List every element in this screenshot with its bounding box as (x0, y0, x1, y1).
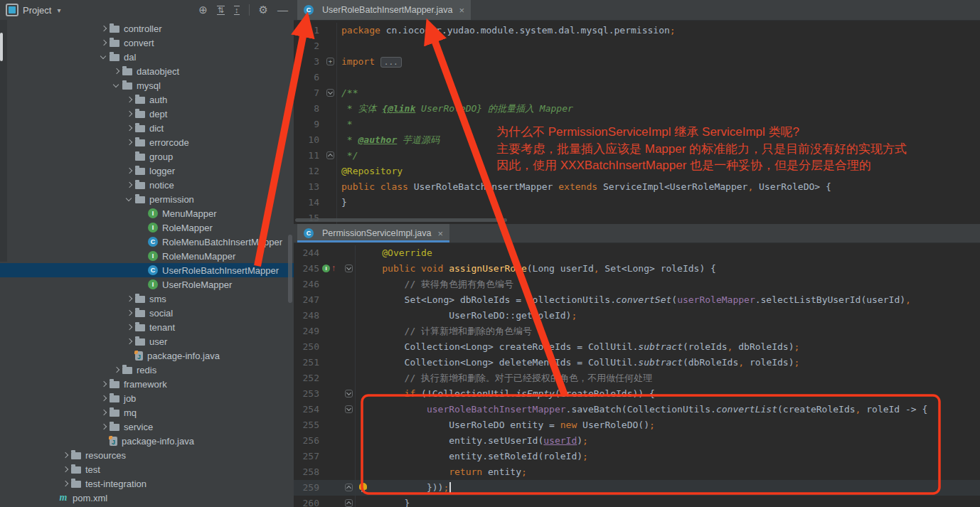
tree-item-user[interactable]: user (0, 334, 294, 348)
chevron-right-icon[interactable] (111, 65, 122, 77)
code-line-1[interactable]: 1package cn.iocoder.yudao.module.system.… (294, 23, 980, 38)
line-number[interactable]: 256 (294, 433, 319, 449)
tree-item-errorcode[interactable]: errorcode (0, 135, 294, 149)
tree-item-mq[interactable]: mq (0, 405, 294, 420)
line-number[interactable]: 254 (294, 402, 319, 417)
fold-marker-icon[interactable] (345, 405, 353, 413)
tree-item-package-info.java[interactable]: Jpackage-info.java (0, 348, 294, 363)
code-line-259[interactable]: 259})); (294, 480, 980, 496)
fold-marker-icon[interactable] (326, 151, 334, 159)
tree-item-rolemenubatchinsertmapper[interactable]: CRoleMenuBatchInsertMapper (0, 235, 294, 249)
code-line-6[interactable]: 6 (294, 70, 980, 85)
line-number[interactable]: 250 (294, 339, 319, 355)
line-number[interactable]: 248 (294, 308, 319, 324)
fold-marker-icon[interactable] (345, 484, 353, 491)
chevron-right-icon[interactable] (60, 464, 71, 475)
chevron-right-icon[interactable] (124, 307, 135, 319)
line-number[interactable]: 1 (294, 23, 319, 38)
code-line-3[interactable]: 3+import ... (294, 54, 980, 70)
close-icon[interactable]: × (438, 228, 444, 239)
line-number[interactable]: 257 (294, 449, 319, 464)
chevron-right-icon[interactable] (98, 23, 110, 34)
tree-item-convert[interactable]: convert (0, 36, 294, 50)
tree-item-sms[interactable]: sms (0, 292, 294, 306)
line-number[interactable]: 245 (294, 261, 319, 277)
tree-item-social[interactable]: social (0, 306, 294, 320)
line-number[interactable]: 246 (294, 277, 319, 292)
tree-item-dal[interactable]: dal (0, 50, 294, 64)
chevron-right-icon[interactable] (60, 478, 71, 489)
chevron-right-icon[interactable] (98, 37, 110, 48)
tree-item-rolemapper[interactable]: IRoleMapper (0, 220, 294, 235)
line-number[interactable]: 12 (294, 164, 319, 179)
chevron-down-icon[interactable]: ▾ (57, 6, 60, 14)
project-panel-title[interactable]: Project (23, 5, 51, 16)
tree-item-pom.xml[interactable]: mpom.xml (0, 491, 294, 505)
chevron-right-icon[interactable] (124, 165, 135, 176)
close-icon[interactable]: × (459, 5, 464, 16)
code-line-244[interactable]: 244@Override (294, 245, 980, 261)
tree-item-controller[interactable]: controller (0, 21, 294, 36)
line-number[interactable]: 2 (294, 38, 319, 54)
line-number[interactable]: 9 (294, 117, 319, 132)
code-line-14[interactable]: 14} (294, 195, 980, 210)
chevron-right-icon[interactable] (60, 449, 71, 461)
tree-item-resources[interactable]: resources (0, 448, 294, 462)
line-number[interactable]: 247 (294, 292, 319, 308)
tree-item-auth[interactable]: auth (0, 92, 294, 107)
chevron-right-icon[interactable] (124, 321, 135, 333)
override-method-icon[interactable]: i (322, 265, 330, 272)
code-line-12[interactable]: 12@Repository (294, 164, 980, 179)
tree-item-service[interactable]: service (0, 420, 294, 434)
fold-marker-icon[interactable]: + (326, 58, 334, 65)
code-line-254[interactable]: 254userRoleBatchInsertMapper.saveBatch(C… (294, 402, 980, 417)
code-line-2[interactable]: 2 (294, 38, 980, 54)
code-line-255[interactable]: 255UserRoleDO entity = new UserRoleDO(); (294, 417, 980, 433)
intention-bulb-icon[interactable] (359, 483, 367, 490)
settings-gear-icon[interactable]: ⚙ (259, 4, 268, 16)
line-number[interactable]: 244 (294, 245, 319, 261)
code-line-246[interactable]: 246// 获得角色拥有角色编号 (294, 277, 980, 292)
line-number[interactable]: 251 (294, 355, 319, 370)
tree-item-dataobject[interactable]: dataobject (0, 64, 294, 78)
tree-item-tenant[interactable]: tenant (0, 320, 294, 334)
locate-file-icon[interactable]: ⊕ (198, 4, 208, 16)
line-number[interactable]: 14 (294, 195, 319, 210)
code-line-252[interactable]: 252// 执行新增和删除。对于已经授权的角色，不用做任何处理 (294, 370, 980, 386)
line-number[interactable]: 249 (294, 324, 319, 339)
tree-item-permission[interactable]: permission (0, 192, 294, 206)
code-line-10[interactable]: 10 * @author 芋道源码 (294, 132, 980, 148)
tree-item-userrolebatchinsertmapper[interactable]: CUserRoleBatchInsertMapper (0, 263, 294, 277)
line-number[interactable]: 10 (294, 132, 319, 148)
project-tree-scrollbar[interactable] (288, 235, 292, 303)
horizontal-scrollbar[interactable] (295, 218, 507, 222)
tree-item-test-integration[interactable]: test-integration (0, 476, 294, 491)
line-number[interactable]: 253 (294, 386, 319, 402)
code-line-13[interactable]: 13public class UserRoleBatchInsertMapper… (294, 179, 980, 195)
code-line-9[interactable]: 9 * (294, 117, 980, 132)
chevron-right-icon[interactable] (124, 122, 135, 134)
chevron-right-icon[interactable] (124, 336, 135, 347)
code-line-260[interactable]: 260} (294, 496, 980, 507)
code-line-253[interactable]: 253if (!CollectionUtil.isEmpty(createRol… (294, 386, 980, 402)
code-area-top[interactable]: 1package cn.iocoder.yudao.module.system.… (294, 20, 980, 224)
tree-item-test[interactable]: test (0, 462, 294, 476)
code-line-250[interactable]: 250Collection<Long> createRoleIds = Coll… (294, 339, 980, 355)
chevron-right-icon[interactable] (98, 393, 110, 404)
chevron-right-icon[interactable] (98, 378, 110, 390)
tree-item-mysql[interactable]: mysql (0, 78, 294, 92)
tree-item-group[interactable]: group (0, 149, 294, 164)
line-number[interactable]: 3 (294, 54, 319, 70)
chevron-right-icon[interactable] (124, 137, 135, 148)
line-number[interactable]: 252 (294, 370, 319, 386)
code-line-249[interactable]: 249// 计算新增和删除的角色编号 (294, 324, 980, 339)
line-number[interactable]: 258 (294, 464, 319, 480)
tree-item-package-info.java[interactable]: Jpackage-info.java (0, 434, 294, 448)
chevron-right-icon[interactable] (124, 108, 135, 119)
code-line-11[interactable]: 11 */ (294, 148, 980, 164)
code-area-bottom[interactable]: 244@Override245i↑public void assignUserR… (294, 242, 980, 507)
line-number[interactable]: 13 (294, 179, 319, 195)
tree-item-redis[interactable]: redis (0, 363, 294, 377)
fold-marker-icon[interactable] (345, 499, 353, 507)
code-line-7[interactable]: 7/** (294, 85, 980, 101)
